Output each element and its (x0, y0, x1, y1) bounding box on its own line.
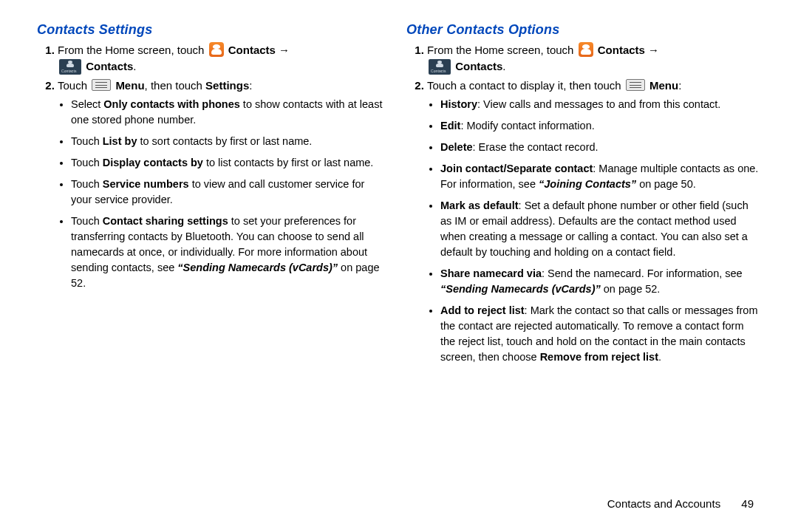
bold-text: List by (103, 135, 137, 147)
contacts-app-icon (209, 42, 224, 57)
cross-reference: “Sending Namecards (vCards)” (440, 283, 601, 295)
bold-text: Share namecard via (440, 267, 542, 279)
list-item: Mark as default: Set a default phone num… (440, 198, 761, 260)
step-1-left: From the Home screen, touch Contacts Con… (58, 42, 386, 75)
footer-section: Contacts and Accounts (607, 497, 720, 510)
bullet-list-right: History: View calls and messages to and … (427, 97, 761, 365)
text: to sort contacts by first or last name. (137, 135, 312, 147)
bold-text: Join contact/Separate contact (440, 163, 593, 174)
cross-reference: “Sending Namecards (vCards)” (177, 262, 338, 273)
text: . (658, 351, 661, 363)
list-item: Touch Display contacts by to list contac… (71, 155, 386, 171)
settings-label: Settings (205, 79, 249, 92)
text: , then touch (145, 79, 206, 92)
bold-text: Service numbers (103, 178, 189, 190)
text: Touch (58, 79, 90, 92)
bold-text: History (440, 98, 477, 110)
text: Touch (71, 215, 103, 227)
manual-page: Contacts Settings From the Home screen, … (0, 0, 798, 371)
text: From the Home screen, touch (58, 44, 208, 56)
bold-text: Remove from reject list (540, 351, 658, 363)
section-heading-contacts-settings: Contacts Settings (37, 22, 386, 38)
list-item: Join contact/Separate contact: Manage mu… (440, 161, 761, 192)
bold-text: Mark as default (440, 200, 519, 211)
contacts-tab-label: Contacts (455, 60, 502, 72)
text: Select (71, 98, 103, 110)
list-item: Touch List by to sort contacts by first … (71, 134, 386, 149)
list-item: Share namecard via: Send the namecard. F… (440, 266, 761, 297)
contacts-tab-icon (59, 59, 81, 75)
bold-text: Only contacts with phones (103, 98, 240, 110)
step-2-left: Touch Menu, then touch Settings: Select … (58, 78, 386, 291)
list-item: History: View calls and messages to and … (440, 97, 761, 112)
text: Touch (71, 178, 103, 190)
list-item: Delete: Erase the contact record. (440, 140, 761, 155)
list-item: Add to reject list: Mark the contact so … (440, 303, 761, 365)
bold-text: Contact sharing settings (103, 215, 228, 227)
text: Touch (71, 135, 103, 147)
section-heading-other-options: Other Contacts Options (406, 22, 761, 38)
contacts-tab-icon (429, 59, 451, 75)
step-2-right: Touch a contact to display it, then touc… (427, 78, 761, 365)
contacts-app-icon (579, 42, 593, 57)
bold-text: Add to reject list (440, 304, 525, 316)
bold-text: Delete (440, 141, 473, 153)
step-1-right: From the Home screen, touch Contacts Con… (427, 42, 761, 75)
contacts-tab-label: Contacts (86, 60, 133, 72)
list-item: Select Only contacts with phones to show… (71, 97, 386, 128)
left-column: Contacts Settings From the Home screen, … (37, 22, 399, 371)
page-number: 49 (741, 497, 754, 510)
cross-reference: “Joining Contacts” (539, 178, 636, 190)
contacts-label: Contacts (598, 44, 659, 56)
contacts-label: Contacts (228, 44, 290, 56)
menu-label: Menu (115, 79, 144, 92)
text: : Send the namecard. For information, se… (542, 267, 743, 279)
text: : View calls and messages to and from th… (477, 98, 720, 110)
steps-list-right: From the Home screen, touch Contacts Con… (406, 42, 761, 365)
text: on page 52. (601, 283, 661, 295)
text: Touch (71, 157, 103, 168)
text: : Modify contact information. (460, 120, 594, 132)
page-footer: Contacts and Accounts 49 (607, 497, 754, 510)
bold-text: Edit (440, 120, 460, 132)
text: From the Home screen, touch (427, 44, 577, 56)
right-column: Other Contacts Options From the Home scr… (399, 22, 761, 371)
list-item: Edit: Modify contact information. (440, 118, 761, 134)
menu-icon (626, 79, 645, 91)
text: on page 50. (636, 178, 696, 190)
steps-list-left: From the Home screen, touch Contacts Con… (37, 42, 386, 291)
text: : Erase the contact record. (473, 141, 598, 153)
list-item: Touch Service numbers to view and call c… (71, 177, 386, 208)
bold-text: Display contacts by (103, 157, 203, 168)
bullet-list-left: Select Only contacts with phones to show… (58, 97, 386, 291)
menu-icon (92, 79, 111, 91)
menu-label: Menu (649, 79, 678, 92)
list-item: Touch Contact sharing settings to set yo… (71, 214, 386, 291)
text: Touch a contact to display it, then touc… (427, 79, 624, 92)
text: to list contacts by first or last name. (203, 157, 373, 168)
